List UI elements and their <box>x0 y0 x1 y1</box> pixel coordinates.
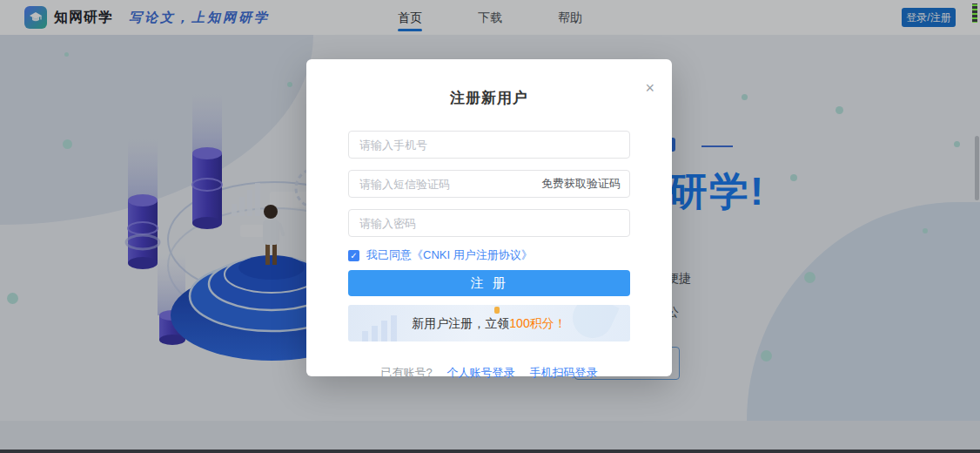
promo-text: 新用户注册，立领100积分！ <box>412 316 566 330</box>
phone-field-wrap <box>348 131 630 159</box>
personal-login-link[interactable]: 个人账号登录 <box>447 365 515 381</box>
agreement-row: ✓ 我已同意《CNKI 用户注册协议》 <box>348 248 630 262</box>
sms-field-wrap: 免费获取验证码 <box>348 170 630 198</box>
have-account-label: 已有账号? <box>380 365 432 381</box>
promo-prefix: 新用户注册，立领 <box>412 316 509 330</box>
password-field-wrap <box>348 209 630 237</box>
register-form: 免费获取验证码 ✓ 我已同意《CNKI 用户注册协议》 注 册 新用户注册，立领… <box>348 131 630 381</box>
gift-icon <box>494 307 500 314</box>
qr-login-link[interactable]: 手机扫码登录 <box>530 365 598 381</box>
promo-banner: 新用户注册，立领100积分！ <box>348 305 630 341</box>
register-button[interactable]: 注 册 <box>348 270 630 296</box>
agreement-link[interactable]: 我已同意《CNKI 用户注册协议》 <box>366 247 533 263</box>
modal-footer-links: 已有账号? 个人账号登录 手机扫码登录 <box>348 365 630 381</box>
browser-extension-widget[interactable] <box>970 2 979 24</box>
password-input[interactable] <box>348 209 630 237</box>
close-icon[interactable]: × <box>645 80 654 96</box>
page: 知网研学 写论文，上知网研学 首页 下载 帮助 登录/注册 <box>0 0 980 453</box>
agreement-checkbox[interactable]: ✓ <box>348 250 359 261</box>
get-sms-code-button[interactable]: 免费获取验证码 <box>541 170 621 198</box>
modal-title: 注册新用户 <box>348 88 630 108</box>
promo-leaf-decor <box>566 305 619 341</box>
promo-highlight: 100积分！ <box>509 316 566 330</box>
register-modal: × 注册新用户 免费获取验证码 ✓ 我已同意《CNKI 用户注册协议》 注 册 <box>306 59 672 376</box>
phone-input[interactable] <box>348 131 630 159</box>
promo-bars-decor <box>362 315 397 341</box>
